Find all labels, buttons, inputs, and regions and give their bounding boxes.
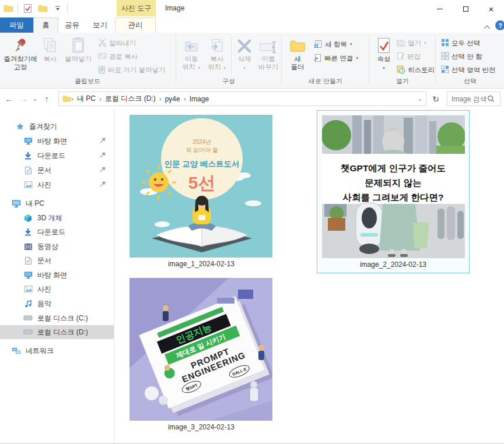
open-button[interactable]: 열기 ▼: [397, 37, 427, 49]
breadcrumb-this-pc[interactable]: 내 PC: [74, 94, 99, 104]
easy-access-button[interactable]: 빠른 연결 ▼: [314, 52, 359, 64]
group-separator: [435, 35, 436, 84]
tab-file[interactable]: 파일: [0, 17, 33, 33]
desktop-icon: [23, 136, 33, 146]
close-button[interactable]: ×: [478, 0, 504, 17]
sidebar-item-documents-pc[interactable]: 문서: [0, 253, 114, 267]
invert-selection-icon: [441, 65, 449, 75]
window-controls: ×: [427, 0, 504, 17]
picture-tools-header: 사진 도구: [117, 0, 156, 16]
forward-button[interactable]: →: [16, 94, 30, 104]
edit-button[interactable]: 편집: [397, 51, 421, 62]
thumbnail-image-2: 챗GPT에게 인구가 줄어도 문제되지 않는 사회를 그려보게 한다면?: [322, 115, 465, 258]
copy-icon: [43, 35, 58, 54]
move-to-button[interactable]: 이동위치 ▼: [178, 35, 204, 71]
dropdown-caret-icon: ▼: [424, 41, 427, 45]
properties-button[interactable]: 속성▼: [373, 35, 394, 71]
sidebar-item-music[interactable]: 음악: [0, 297, 114, 311]
rename-button[interactable]: 이름바꾸기: [256, 35, 281, 71]
cut-button[interactable]: 잘라내기: [98, 37, 136, 49]
delete-button[interactable]: 삭제▼: [233, 35, 256, 71]
search-input[interactable]: [447, 95, 487, 103]
copy-to-button[interactable]: 복사위치 ▼: [204, 35, 230, 71]
sidebar-item-desktop-pc[interactable]: 바탕 화면: [0, 268, 114, 282]
sidebar-item-local-disk-d[interactable]: 로컬 디스크 (D:): [0, 325, 114, 339]
folder-icon[interactable]: [37, 2, 48, 15]
network-icon: [12, 346, 21, 355]
new-item-button[interactable]: 새 항목 ▼: [314, 38, 353, 50]
file-name: image_2_2024-02-13: [317, 260, 469, 269]
folder-icon: [59, 95, 71, 103]
file-list-area[interactable]: 2024년 꼭 읽어야 할 인문 교양 베스트도서 5선: [115, 109, 504, 444]
minimize-button[interactable]: [427, 0, 453, 17]
dropdown-caret-icon: ▼: [223, 66, 226, 70]
sidebar-item-local-disk-c[interactable]: 로컬 디스크 (C:): [0, 311, 114, 325]
sidebar-item-downloads-pc[interactable]: 다운로드: [0, 225, 114, 239]
properties-icon: [377, 35, 391, 54]
dropdown-caret-icon: ▼: [382, 66, 386, 70]
window-title: Image: [165, 4, 184, 12]
paste-button[interactable]: 붙여넣기: [63, 35, 93, 63]
paste-shortcut-button[interactable]: 바로 가기 붙여넣기: [98, 64, 165, 76]
address-dropdown-chevron-icon[interactable]: ⌄: [414, 96, 426, 102]
sidebar-item-this-pc[interactable]: 내 PC: [0, 196, 114, 210]
search-icon[interactable]: [487, 95, 495, 103]
button-label: 이동위치 ▼: [182, 55, 201, 71]
pin-icon: [99, 166, 107, 174]
tab-manage[interactable]: 관리: [115, 17, 156, 33]
button-label: 빠른 연결: [324, 54, 353, 63]
tab-share[interactable]: 공유: [58, 17, 86, 33]
properties-check-icon[interactable]: [22, 2, 33, 15]
sidebar-item-documents[interactable]: 문서: [0, 163, 114, 177]
folder-icon[interactable]: [2, 2, 14, 15]
pushpin-icon: [13, 35, 27, 54]
sidebar-item-quick-access[interactable]: 즐겨찾기: [0, 119, 114, 133]
pin-to-favorites-button[interactable]: 즐겨찾기에고정: [4, 35, 37, 71]
tab-view[interactable]: 보기: [86, 17, 114, 33]
up-button[interactable]: ↑: [40, 94, 54, 104]
invert-selection-button[interactable]: 선택 영역 반전: [441, 64, 495, 76]
sidebar-item-network[interactable]: 네트워크: [0, 344, 114, 358]
history-button[interactable]: 히스토리: [397, 64, 435, 76]
svg-text:2024년: 2024년: [192, 139, 211, 145]
address-box[interactable]: › 내 PC › 로컬 디스크 (D:) › py4e › Image ⌄: [58, 91, 426, 106]
file-tile-image-1[interactable]: 2024년 꼭 읽어야 할 인문 교양 베스트도서 5선: [125, 110, 278, 273]
sidebar-item-downloads[interactable]: 다운로드: [0, 149, 114, 163]
pedestrians: [438, 206, 464, 240]
sidebar-item-desktop[interactable]: 바탕 화면: [0, 134, 114, 148]
collapse-ribbon-chevron-icon[interactable]: [483, 22, 492, 30]
sidebar-item-3d-objects[interactable]: 3D 개체: [0, 211, 114, 225]
help-button[interactable]: ?: [495, 20, 504, 30]
back-button[interactable]: ←: [2, 94, 16, 104]
new-folder-button[interactable]: 새폴더: [285, 35, 310, 71]
refresh-button[interactable]: ↻: [429, 91, 443, 106]
qat-customize-chevron-icon[interactable]: [52, 2, 64, 15]
sidebar-item-pictures[interactable]: 사진: [0, 178, 114, 192]
tab-home[interactable]: 홈: [33, 17, 58, 33]
file-tile-image-2[interactable]: 챗GPT에게 인구가 줄어도 문제되지 않는 사회를 그려보게 한다면?: [317, 110, 470, 273]
separator: [18, 3, 18, 13]
sidebar-item-pictures-pc[interactable]: 사진: [0, 282, 114, 296]
sidebar-item-videos[interactable]: 동영상: [0, 239, 114, 253]
breadcrumb-image[interactable]: Image: [186, 95, 212, 103]
copy-button[interactable]: 복사: [38, 35, 62, 63]
button-label: 속성▼: [377, 55, 391, 71]
explorer-window: 사진 도구 Image × 파일 홈 공유 보기 관리 ? 즐겨찾기에고정: [0, 0, 504, 444]
thumbnail-image-1: 2024년 꼭 읽어야 할 인문 교양 베스트도서 5선: [130, 115, 272, 258]
file-tile-image-3[interactable]: 인공지능 제대로 일 시키기 PROMPT ENGINEERING 챗GPT D…: [125, 273, 278, 436]
desktop-icon: [23, 270, 33, 280]
video-icon: [23, 242, 33, 251]
group-label-clipboard: 클립보드: [0, 77, 175, 86]
group-separator: [281, 35, 282, 84]
recent-locations-chevron-icon[interactable]: ⌄: [30, 96, 40, 102]
maximize-button[interactable]: [453, 0, 478, 17]
select-none-button[interactable]: 선택 안 함: [441, 51, 482, 62]
copy-path-button[interactable]: 경로 복사: [98, 51, 138, 62]
pin-icon: [99, 181, 107, 188]
button-label: 복사: [44, 55, 57, 63]
svg-text:사회를 그려보게 한다면?: 사회를 그려보게 한다면?: [342, 192, 443, 202]
breadcrumb-drive-d[interactable]: 로컬 디스크 (D:): [102, 94, 159, 104]
edit-icon: [397, 52, 405, 61]
select-all-button[interactable]: 모두 선택: [441, 37, 480, 49]
breadcrumb-py4e[interactable]: py4e: [162, 95, 184, 103]
